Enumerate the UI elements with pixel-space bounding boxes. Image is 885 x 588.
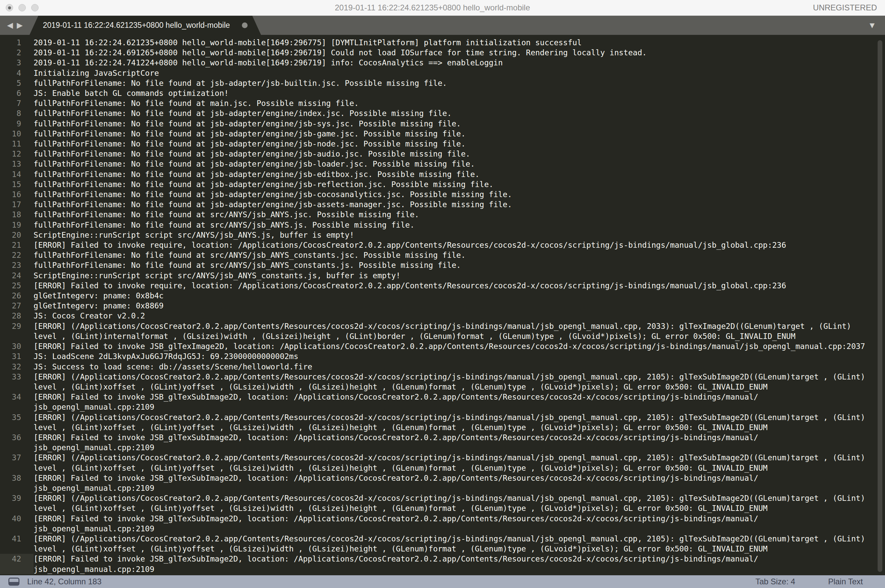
log-line-text: JS: Enable batch GL commands optimizatio…: [33, 88, 871, 98]
window-controls: [6, 4, 39, 11]
log-line[interactable]: 32019-01-11 16:22:24.741224+0800 hello_w…: [0, 58, 885, 68]
log-line[interactable]: 37[ERROR] (/Applications/CocosCreator2.0…: [0, 453, 885, 472]
license-status: UNREGISTERED: [813, 0, 877, 15]
log-line[interactable]: 21[ERROR] Failed to invoke require, loca…: [0, 240, 885, 250]
log-line[interactable]: 13fullPathForFilename: No file found at …: [0, 159, 885, 169]
line-number: 27: [0, 301, 33, 311]
tab-active[interactable]: 2019-01-11 16:22:24.621235+0800 hello_wo…: [30, 16, 261, 35]
close-button[interactable]: [6, 4, 13, 11]
line-number: 28: [0, 311, 33, 321]
log-line[interactable]: 17fullPathForFilename: No file found at …: [0, 200, 885, 210]
minimize-button[interactable]: [18, 4, 26, 11]
log-line-text: fullPathForFilename: No file found at js…: [33, 179, 871, 189]
log-line-text: fullPathForFilename: No file found at js…: [33, 129, 871, 139]
log-line[interactable]: 26glGetIntegerv: pname: 0x8b4c: [0, 291, 885, 301]
log-line[interactable]: 27glGetIntegerv: pname: 0x8869: [0, 301, 885, 311]
log-line[interactable]: 28JS: Cocos Creator v2.0.2: [0, 311, 885, 321]
log-line[interactable]: 31JS: LoadScene 2dL3kvpAxJu6GJ7RdqJG5J: …: [0, 351, 885, 362]
tab-size-indicator[interactable]: Tab Size: 4: [756, 577, 795, 586]
log-line-text: fullPathForFilename: No file found at js…: [33, 108, 871, 118]
log-line[interactable]: 29[ERROR] (/Applications/CocosCreator2.0…: [0, 321, 885, 341]
line-number: 13: [0, 159, 33, 169]
line-number: 23: [0, 260, 33, 270]
log-line[interactable]: 32JS: Success to load scene: db://assets…: [0, 362, 885, 372]
line-number: 32: [0, 362, 33, 372]
zoom-button[interactable]: [31, 4, 39, 11]
editor[interactable]: 12019-01-11 16:22:24.621235+0800 hello_w…: [0, 35, 885, 575]
tab-forward-icon[interactable]: ▶: [17, 16, 23, 35]
log-line-text: fullPathForFilename: No file found at sr…: [33, 250, 871, 260]
log-line[interactable]: 40[ERROR] Failed to invoke JSB_glTexSubI…: [0, 514, 885, 534]
log-line[interactable]: 22019-01-11 16:22:24.691265+0800 hello_w…: [0, 48, 885, 58]
line-number: 33: [0, 372, 33, 392]
line-number: 39: [0, 493, 33, 513]
cursor-position[interactable]: Line 42, Column 183: [27, 577, 101, 586]
log-line-text: fullPathForFilename: No file found at js…: [33, 169, 871, 179]
log-line-text: fullPathForFilename: No file found at js…: [33, 189, 871, 200]
log-line[interactable]: 18fullPathForFilename: No file found at …: [0, 210, 885, 220]
log-line[interactable]: 30[ERROR] Failed to invoke JSB_glTexImag…: [0, 341, 885, 351]
modified-dot-icon: [242, 22, 248, 28]
log-line-text: 2019-01-11 16:22:24.621235+0800 hello_wo…: [33, 38, 871, 48]
log-line[interactable]: 4Initializing JavaScriptCore: [0, 68, 885, 78]
log-line-text: [ERROR] (/Applications/CocosCreator2.0.2…: [33, 453, 871, 472]
log-line[interactable]: 35[ERROR] (/Applications/CocosCreator2.0…: [0, 412, 885, 432]
line-number: 12: [0, 149, 33, 159]
line-number: 14: [0, 169, 33, 179]
code-area[interactable]: 12019-01-11 16:22:24.621235+0800 hello_w…: [0, 35, 885, 574]
log-line[interactable]: 39[ERROR] (/Applications/CocosCreator2.0…: [0, 493, 885, 513]
log-line[interactable]: 15fullPathForFilename: No file found at …: [0, 179, 885, 189]
log-line[interactable]: 7fullPathForFilename: No file found at m…: [0, 98, 885, 108]
log-line[interactable]: 6JS: Enable batch GL commands optimizati…: [0, 88, 885, 98]
log-line[interactable]: 41[ERROR] (/Applications/CocosCreator2.0…: [0, 534, 885, 554]
log-line-text: JS: Success to load scene: db://assets/S…: [33, 362, 871, 372]
log-line[interactable]: 38[ERROR] Failed to invoke JSB_glTexSubI…: [0, 473, 885, 493]
modified-indicator-dot: [8, 6, 11, 9]
log-line[interactable]: 42[ERROR] Failed to invoke JSB_glTexSubI…: [0, 554, 885, 574]
log-line-text: [ERROR] Failed to invoke JSB_glTexSubIma…: [33, 473, 871, 493]
log-line-text: [ERROR] Failed to invoke JSB_glTexSubIma…: [33, 514, 871, 534]
app-window: 2019-01-11 16:22:24.621235+0800 hello_wo…: [0, 0, 885, 588]
log-line[interactable]: 20ScriptEngine::runScript script src/ANY…: [0, 230, 885, 240]
tab-back-icon[interactable]: ◀: [7, 16, 13, 35]
log-line-text: glGetIntegerv: pname: 0x8b4c: [33, 291, 871, 301]
panel-toggle-icon[interactable]: [8, 578, 20, 586]
line-number: 8: [0, 108, 33, 118]
log-line-text: JS: Cocos Creator v2.0.2: [33, 311, 871, 321]
log-line[interactable]: 10fullPathForFilename: No file found at …: [0, 129, 885, 139]
log-line[interactable]: 12019-01-11 16:22:24.621235+0800 hello_w…: [0, 38, 885, 48]
vertical-scrollbar[interactable]: [877, 40, 882, 572]
line-number: 37: [0, 453, 33, 472]
log-line-text: [ERROR] Failed to invoke require, locati…: [33, 240, 871, 250]
line-number: 38: [0, 473, 33, 493]
log-line[interactable]: 8fullPathForFilename: No file found at j…: [0, 108, 885, 118]
log-line[interactable]: 5fullPathForFilename: No file found at j…: [0, 78, 885, 88]
line-number: 1: [0, 38, 33, 48]
log-line[interactable]: 25[ERROR] Failed to invoke require, loca…: [0, 280, 885, 291]
log-line[interactable]: 16fullPathForFilename: No file found at …: [0, 189, 885, 200]
log-line[interactable]: 11fullPathForFilename: No file found at …: [0, 139, 885, 149]
log-line-text: fullPathForFilename: No file found at js…: [33, 118, 871, 129]
line-number: 21: [0, 240, 33, 250]
log-line[interactable]: 34[ERROR] Failed to invoke JSB_glTexSubI…: [0, 392, 885, 412]
log-line-text: Initializing JavaScriptCore: [33, 68, 871, 78]
log-line[interactable]: 36[ERROR] Failed to invoke JSB_glTexSubI…: [0, 432, 885, 453]
line-number: 19: [0, 220, 33, 230]
tab-bar: ◀ ▶ 2019-01-11 16:22:24.621235+0800 hell…: [0, 16, 885, 35]
log-line[interactable]: 9fullPathForFilename: No file found at j…: [0, 118, 885, 129]
log-line[interactable]: 33[ERROR] (/Applications/CocosCreator2.0…: [0, 372, 885, 392]
window-title: 2019-01-11 16:22:24.621235+0800 hello_wo…: [67, 0, 798, 15]
log-line[interactable]: 23fullPathForFilename: No file found at …: [0, 260, 885, 270]
log-line-text: [ERROR] Failed to invoke JSB_glTexSubIma…: [33, 432, 871, 453]
log-line-text: fullPathForFilename: No file found at js…: [33, 200, 871, 210]
line-number: 15: [0, 179, 33, 189]
tab-overflow-icon[interactable]: ▼: [868, 16, 876, 35]
log-line[interactable]: 22fullPathForFilename: No file found at …: [0, 250, 885, 260]
log-line[interactable]: 19fullPathForFilename: No file found at …: [0, 220, 885, 230]
syntax-indicator[interactable]: Plain Text: [828, 577, 863, 586]
log-line[interactable]: 12fullPathForFilename: No file found at …: [0, 149, 885, 159]
log-line[interactable]: 24ScriptEngine::runScript script src/ANY…: [0, 270, 885, 280]
log-line[interactable]: 14fullPathForFilename: No file found at …: [0, 169, 885, 179]
status-bar: Line 42, Column 183 Tab Size: 4 Plain Te…: [0, 575, 885, 588]
log-line-text: fullPathForFilename: No file found at js…: [33, 149, 871, 159]
